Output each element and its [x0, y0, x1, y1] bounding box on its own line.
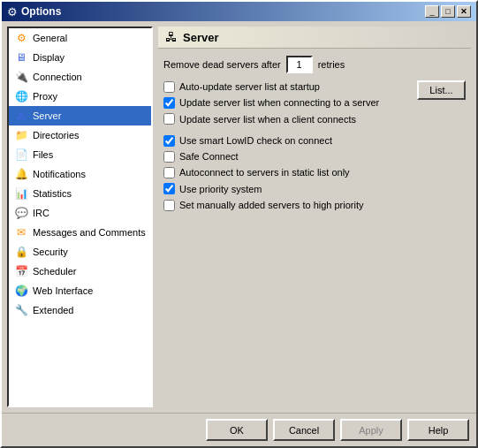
help-button[interactable]: Help — [407, 419, 469, 441]
sidebar-label-files: Files — [33, 149, 53, 160]
minimize-button[interactable]: _ — [425, 5, 439, 18]
sidebar-item-proxy[interactable]: 🌐 Proxy — [9, 87, 151, 106]
extended-icon: 🔧 — [14, 303, 28, 317]
sidebar-item-display[interactable]: 🖥 Display — [9, 48, 151, 67]
maximize-button[interactable]: □ — [441, 5, 455, 18]
window-title: Options — [21, 5, 61, 18]
sidebar-item-general[interactable]: ⚙ General — [9, 28, 151, 48]
update-client-checkbox[interactable] — [163, 113, 175, 125]
title-buttons: _ □ ✕ — [425, 5, 471, 18]
top-row: Auto-update server list at startup Updat… — [163, 80, 466, 129]
high-priority-checkbox[interactable] — [163, 200, 175, 211]
sidebar-item-irc[interactable]: 💬 IRC — [9, 203, 151, 223]
update-connecting-label: Update server list when connecting to a … — [179, 96, 379, 109]
proxy-icon: 🌐 — [14, 89, 28, 103]
options-window: ⚙ Options _ □ ✕ ⚙ General 🖥 Display 🔌 Co… — [0, 0, 478, 448]
webinterface-icon: 🌍 — [14, 284, 28, 298]
sidebar-item-security[interactable]: 🔒 Security — [9, 242, 151, 262]
autoconnect-static-label: Autoconnect to servers in static list on… — [179, 166, 350, 178]
auto-update-checkbox[interactable] — [163, 81, 175, 93]
server-icon: 🖧 — [14, 109, 28, 123]
messages-icon: ✉ — [14, 225, 28, 239]
remove-dead-label-before: Remove dead servers after — [163, 59, 281, 70]
files-icon: 📄 — [14, 148, 28, 162]
scheduler-icon: 📅 — [14, 264, 28, 278]
auto-update-label: Auto-update server list at startup — [179, 80, 320, 93]
content-area: ⚙ General 🖥 Display 🔌 Connection 🌐 Proxy… — [2, 21, 476, 413]
remove-dead-label-after: retries — [318, 59, 345, 70]
sidebar-label-notifications: Notifications — [33, 169, 86, 179]
sidebar-item-connection[interactable]: 🔌 Connection — [9, 67, 151, 87]
sidebar-label-extended: Extended — [33, 305, 73, 315]
cancel-button[interactable]: Cancel — [273, 419, 335, 441]
sidebar-label-server: Server — [33, 110, 61, 121]
title-bar-left: ⚙ Options — [7, 5, 61, 19]
bottom-bar: OK Cancel Apply Help — [2, 413, 476, 446]
sidebar-item-directories[interactable]: 📁 Directories — [9, 125, 151, 145]
general-icon: ⚙ — [14, 31, 28, 45]
sidebar-label-proxy: Proxy — [33, 91, 57, 102]
panel-header-icon: 🖧 — [165, 30, 178, 44]
security-icon: 🔒 — [14, 245, 28, 259]
panel-header-title: Server — [183, 31, 218, 44]
sidebar-label-security: Security — [33, 247, 68, 257]
panel-header: 🖧 Server — [158, 27, 471, 49]
checkbox-row-update-connecting: Update server list when connecting to a … — [163, 96, 408, 109]
checkbox-row-smart-lowid: Use smart LowID check on connect — [163, 134, 466, 147]
sidebar: ⚙ General 🖥 Display 🔌 Connection 🌐 Proxy… — [7, 27, 153, 407]
sidebar-label-directories: Directories — [33, 130, 80, 140]
smart-lowid-label: Use smart LowID check on connect — [179, 134, 332, 147]
checkbox-row-update-client: Update server list when a client connect… — [163, 113, 408, 125]
sidebar-label-messages: Messages and Comments — [33, 227, 146, 238]
directories-icon: 📁 — [14, 128, 28, 142]
sidebar-label-statistics: Statistics — [33, 188, 72, 199]
high-priority-label: Set manually added servers to high prior… — [179, 199, 364, 211]
sidebar-item-extended[interactable]: 🔧 Extended — [9, 300, 151, 320]
ok-button[interactable]: OK — [206, 419, 268, 441]
sidebar-item-scheduler[interactable]: 📅 Scheduler — [9, 262, 151, 281]
sidebar-label-irc: IRC — [33, 208, 49, 218]
sidebar-item-files[interactable]: 📄 Files — [9, 145, 151, 164]
checkbox-row-priority-system: Use priority system — [163, 183, 466, 195]
sidebar-item-server[interactable]: 🖧 Server — [9, 106, 151, 125]
statistics-icon: 📊 — [14, 186, 28, 201]
title-bar: ⚙ Options _ □ ✕ — [2, 2, 476, 21]
priority-system-label: Use priority system — [179, 183, 262, 195]
panel-content: Remove dead servers after retries Auto-u… — [158, 56, 471, 407]
checkbox-row-safe-connect: Safe Connect — [163, 150, 466, 163]
sidebar-label-display: Display — [33, 52, 64, 63]
sidebar-item-webinterface[interactable]: 🌍 Web Interface — [9, 281, 151, 300]
sidebar-label-connection: Connection — [33, 72, 82, 82]
apply-button[interactable]: Apply — [340, 419, 402, 441]
safe-connect-checkbox[interactable] — [163, 151, 175, 163]
display-icon: 🖥 — [14, 50, 28, 65]
irc-icon: 💬 — [14, 206, 28, 220]
list-button[interactable]: List... — [417, 80, 466, 100]
window-icon: ⚙ — [7, 5, 18, 19]
main-panel: 🖧 Server Remove dead servers after retri… — [158, 27, 471, 407]
priority-system-checkbox[interactable] — [163, 183, 175, 194]
remove-dead-row: Remove dead servers after retries — [163, 56, 466, 73]
checkbox-row-auto-update: Auto-update server list at startup — [163, 80, 408, 93]
sidebar-label-scheduler: Scheduler — [33, 266, 77, 277]
connection-icon: 🔌 — [14, 70, 28, 84]
safe-connect-label: Safe Connect — [179, 150, 239, 163]
retries-input[interactable] — [286, 56, 313, 73]
notifications-icon: 🔔 — [14, 167, 28, 181]
smart-lowid-checkbox[interactable] — [163, 135, 175, 147]
checkbox-row-autoconnect: Autoconnect to servers in static list on… — [163, 166, 466, 178]
autoconnect-static-checkbox[interactable] — [163, 167, 175, 178]
sidebar-item-messages[interactable]: ✉ Messages and Comments — [9, 223, 151, 242]
sidebar-item-statistics[interactable]: 📊 Statistics — [9, 184, 151, 203]
sidebar-label-general: General — [33, 33, 67, 43]
update-client-label: Update server list when a client connect… — [179, 113, 356, 125]
checkbox-row-high-priority: Set manually added servers to high prior… — [163, 199, 466, 211]
sidebar-item-notifications[interactable]: 🔔 Notifications — [9, 164, 151, 184]
sidebar-label-webinterface: Web Interface — [33, 285, 93, 296]
update-connecting-checkbox[interactable] — [163, 97, 175, 109]
checkboxes-column: Auto-update server list at startup Updat… — [163, 80, 408, 129]
close-button[interactable]: ✕ — [457, 5, 471, 18]
